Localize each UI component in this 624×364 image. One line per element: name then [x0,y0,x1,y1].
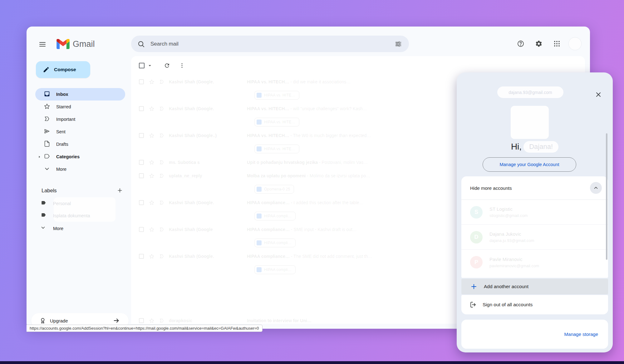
star-icon[interactable] [149,253,155,259]
sidebar-item-starred[interactable]: Starred [35,101,125,113]
email-sender: ms. Subotica s [169,160,247,165]
email-checkbox[interactable] [139,254,144,259]
help-button[interactable] [514,37,527,50]
chevron-up-icon [593,185,599,191]
account-avatar-redacted[interactable] [511,106,549,139]
sidebar-item-inbox[interactable]: Inbox [35,88,125,101]
labels-more-item[interactable]: More [35,222,125,235]
account-avatar: P [470,256,483,268]
categories-icon [44,153,51,160]
account-row[interactable]: DDajana Jukovicdajana.ju.93@gmail.com [461,225,608,250]
important-icon[interactable] [159,227,165,232]
star-icon[interactable] [149,160,155,165]
attachment-name: HIPAA vs. HITE… [264,93,295,97]
gmail-logo[interactable]: Gmail [57,39,95,49]
email-checkbox[interactable] [139,200,144,205]
email-checkbox[interactable] [139,133,144,138]
search-input[interactable] [145,41,391,47]
star-icon[interactable] [149,200,155,205]
attachment-chip[interactable]: HIPAA vs. HITE… [254,91,299,100]
important-icon[interactable] [159,79,165,85]
panel-scrollbar[interactable] [606,133,607,260]
email-checkbox[interactable] [139,79,144,84]
important-icon[interactable] [159,173,165,179]
close-panel-button[interactable] [595,91,602,98]
refresh-button[interactable] [161,59,173,72]
email-checkbox[interactable] [139,227,144,232]
account-row[interactable]: SST Logisticstlogistic@gmail.com [461,200,608,225]
email-checkbox[interactable] [139,160,144,165]
add-another-account-row[interactable]: Add another account [461,279,608,294]
apps-button[interactable] [551,37,563,50]
star-icon[interactable] [149,79,155,85]
select-caret-icon[interactable] [147,63,153,68]
email-sender: Kashvi Shah (Google. [169,79,247,84]
expander-icon [35,155,44,159]
account-row[interactable]: PPavle Miranovicpavlemiranovic@gmail.com [461,250,608,275]
account-name: Pavle Miranovic [489,257,539,262]
account-email: pavlemiranovic@gmail.com [489,263,539,268]
sidebar-item-drafts[interactable]: Drafts [35,138,125,150]
email-subject: Molba za uplatu po opomeni - Molimo da s… [247,173,370,178]
important-icon[interactable] [159,253,165,259]
star-icon[interactable] [149,133,155,138]
profile-avatar[interactable] [569,37,581,50]
help-icon [517,40,524,47]
status-url: https://accounts.google.com/AddSession?h… [30,326,259,331]
email-checkbox[interactable] [139,173,144,178]
important-icon[interactable] [159,133,165,138]
account-switcher-panel: dajana.93@gmail.com Hi, Dajana! Manage y… [457,72,613,352]
attachment-chip[interactable]: HIPAA compli… [254,265,296,274]
important-icon[interactable] [159,160,165,165]
attachment-chip[interactable]: Opomena-0 25 [254,185,294,194]
search-icon[interactable] [137,40,145,48]
search-bar[interactable] [131,36,409,52]
search-filters-button[interactable] [391,37,405,51]
settings-button[interactable] [533,37,545,50]
sidebar-item-categories[interactable]: Categories [35,150,125,163]
apps-grid-icon [553,40,561,47]
sign-out-all-row[interactable]: Sign out of all accounts [461,295,608,314]
attachment-name: HIPAA vs. HITE… [264,147,295,151]
select-all-checkbox[interactable] [139,63,145,68]
email-sender: Kashvi Shah (Google. [169,106,247,111]
attachment-chip[interactable]: HIPAA vs. HITE… [254,118,299,126]
account-name: Dajana Jukovic [489,231,534,237]
email-sender: Kashvi Shah (Google. [169,254,247,259]
star-icon[interactable] [149,318,155,323]
sidebar-item-important[interactable]: Important [35,113,125,125]
sidebar-item-label: Categories [56,154,80,159]
browser-status-bar: https://accounts.google.com/AddSession?h… [27,325,263,332]
sidebar-label-item[interactable]: Personal [35,197,125,209]
sidebar-item-more[interactable]: More [35,163,125,175]
email-snippet: - did we make it associations… [290,79,351,84]
important-icon[interactable] [159,106,165,111]
manage-google-account-button[interactable]: Manage your Google Account [483,157,576,172]
create-label-button[interactable] [115,185,125,196]
attachment-chip[interactable]: HIPAA vs. HITE… [254,145,299,153]
more-options-button[interactable] [176,59,188,72]
main-menu-icon[interactable] [38,41,47,48]
label-name: Isplata dokumenta [53,213,90,218]
sidebar-label-item[interactable]: Isplata dokumenta [35,209,125,222]
sign-out-all-label: Sign out of all accounts [483,302,533,307]
inbox-icon [44,91,51,98]
important-icon[interactable] [159,200,165,205]
star-icon[interactable] [149,227,155,232]
compose-button[interactable]: Compose [36,61,90,78]
gmail-logo-text: Gmail [73,39,95,49]
important-icon[interactable] [159,318,165,323]
gmail-m-icon [57,39,70,49]
collapse-accounts-button[interactable] [590,182,602,194]
manage-storage-link[interactable]: Manage storage [564,332,598,337]
attachment-chip[interactable]: HIPAA compli… [254,212,296,220]
sidebar-item-sent[interactable]: Sent [35,125,125,138]
sidebar-item-label: Inbox [56,92,68,97]
email-checkbox[interactable] [139,106,144,111]
hide-more-accounts-row[interactable]: Hide more accounts [461,176,608,200]
sign-out-icon [469,301,477,308]
attachment-chip[interactable]: HIPAA compli… [254,239,296,247]
star-icon[interactable] [149,106,155,111]
email-checkbox[interactable] [139,318,144,323]
star-icon[interactable] [149,173,155,179]
